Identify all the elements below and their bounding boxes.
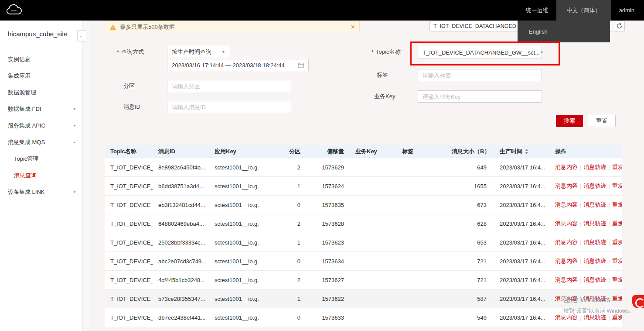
cell-partition: 2 <box>259 214 304 233</box>
cell-topic: T_IOT_DEVICE_D... <box>105 290 153 308</box>
cell-size: 587 <box>447 290 491 308</box>
action-message-trace[interactable]: 消息轨迹 <box>583 276 606 284</box>
cell-app_key: sctest1001__io.g... <box>209 214 259 233</box>
column-header-topic: Topic名称 <box>105 145 153 158</box>
cell-topic: T_IOT_DEVICE_D... <box>105 158 153 176</box>
sidebar-item-service-integration-apic[interactable]: 服务集成 APIC▼ <box>0 117 82 134</box>
action-message-trace[interactable]: 消息轨迹 <box>583 295 606 303</box>
search-button[interactable]: 搜索 <box>556 115 583 127</box>
date-range-input[interactable]: 2023/03/16 17:14:44 — 2023/03/18 18:24:4… <box>167 59 309 71</box>
message-id-input[interactable] <box>172 104 286 110</box>
action-message-content[interactable]: 消息内容 <box>555 220 578 228</box>
cell-partition: 2 <box>259 158 304 176</box>
column-header-offset: 偏移量 <box>304 145 348 158</box>
action-message-trace[interactable]: 消息轨迹 <box>583 163 606 171</box>
action-message-trace[interactable]: 消息轨迹 <box>583 220 606 228</box>
sidebar-item-device-integration-link[interactable]: 设备集成 LINK▼ <box>0 184 82 200</box>
cell-business_key <box>348 177 398 195</box>
action-message-trace[interactable]: 消息轨迹 <box>583 182 606 190</box>
cell-topic: T_IOT_DEVICE_D... <box>105 252 153 270</box>
query-mode-select[interactable]: 按生产时间查询 ▼ <box>167 46 230 58</box>
sidebar-item-message-integration-mqs[interactable]: 消息集成 MQS▲ <box>0 134 82 151</box>
cell-produced_at: 2023/03/17 16:4... <box>491 252 546 270</box>
action-message-content[interactable]: 消息内容 <box>555 182 578 190</box>
action-message-content[interactable]: 消息内容 <box>555 314 578 321</box>
refresh-icon <box>616 23 623 29</box>
action-message-content[interactable]: 消息内容 <box>555 238 578 246</box>
action-message-trace[interactable]: 消息轨迹 <box>583 238 606 246</box>
sidebar-item-data-integration-fdi[interactable]: 数据集成 FDI▼ <box>0 101 82 117</box>
sidebar-item-integrated-apps[interactable]: 集成应用 <box>0 68 82 84</box>
topic-name-select[interactable]: T_IOT_DEVICE_DATACHANGED_GW__sct... ▼ <box>418 46 542 59</box>
chevron-down-icon: ▼ <box>73 107 76 110</box>
reset-button[interactable]: 重置 <box>588 115 616 127</box>
action-separator: | <box>608 314 610 321</box>
action-message-trace[interactable]: 消息轨迹 <box>583 201 606 209</box>
sidebar-item-instance-info[interactable]: 实例信息 <box>0 51 82 68</box>
action-resend[interactable]: 重发 <box>612 182 622 190</box>
action-separator: | <box>580 314 581 321</box>
cell-partition: 0 <box>259 308 304 327</box>
action-resend[interactable]: 重发 <box>612 220 622 228</box>
column-header-produced_at[interactable]: 生产时间 <box>491 145 546 158</box>
cell-actions: 消息内容|消息轨迹|重发 <box>546 308 622 327</box>
main-content: ! 最多只展示500条数据 × * 查询方式 按生产时间查询 ▼ 20 <box>90 21 644 331</box>
cell-offset: 1573635 <box>304 196 348 214</box>
cell-business_key <box>348 233 398 252</box>
action-message-trace[interactable]: 消息轨迹 <box>583 257 606 265</box>
cell-business_key <box>348 290 398 308</box>
sidebar-subitem-topic-management[interactable]: Topic管理 <box>0 151 82 167</box>
cell-produced_at: 2023/03/17 16:4... <box>491 308 546 327</box>
nav-admin[interactable]: admin <box>611 0 644 21</box>
sort-icon[interactable] <box>525 149 528 154</box>
language-switcher[interactable]: 中文（简体） <box>556 0 611 21</box>
cell-size: 549 <box>447 308 491 327</box>
cell-topic: T_IOT_DEVICE_D... <box>105 177 153 195</box>
action-message-content[interactable]: 消息内容 <box>555 257 578 265</box>
action-message-trace[interactable]: 消息轨迹 <box>583 314 606 321</box>
cell-topic: T_IOT_DEVICE_D... <box>105 308 153 327</box>
action-resend[interactable]: 重发 <box>612 238 622 246</box>
column-header-actions: 操作 <box>546 145 622 158</box>
action-resend[interactable]: 重发 <box>612 276 622 284</box>
cell-size: 721 <box>447 271 491 289</box>
action-resend[interactable]: 重发 <box>612 201 622 209</box>
action-resend[interactable]: 重发 <box>612 163 622 171</box>
cell-business_key <box>348 308 398 327</box>
cell-app_key: sctest1001__io.g... <box>209 233 259 252</box>
action-separator: | <box>580 239 581 246</box>
cell-partition: 1 <box>259 290 304 308</box>
calendar-icon[interactable] <box>298 62 304 68</box>
action-separator: | <box>580 221 581 227</box>
cell-produced_at: 2023/03/17 16:4... <box>491 177 546 195</box>
cell-actions: 消息内容|消息轨迹|重发 <box>546 233 622 252</box>
action-resend[interactable]: 重发 <box>612 314 622 321</box>
close-icon[interactable]: × <box>351 24 355 31</box>
language-dropdown-menu: English <box>518 21 610 42</box>
message-table: Topic名称消息ID应用Key分区偏移量业务Key标签消息大小（B）生产时间操… <box>105 145 622 327</box>
action-separator: | <box>608 221 610 227</box>
action-resend[interactable]: 重发 <box>612 295 622 303</box>
nav-unified-ops[interactable]: 统一运维 <box>518 0 556 21</box>
action-message-content[interactable]: 消息内容 <box>555 163 578 171</box>
sidebar-collapse-button[interactable]: ← <box>77 30 86 41</box>
cell-actions: 消息内容|消息轨迹|重发 <box>546 177 622 195</box>
cell-app_key: sctest1001__io.g... <box>209 252 259 270</box>
table-header-row: Topic名称消息ID应用Key分区偏移量业务Key标签消息大小（B）生产时间操… <box>105 145 622 158</box>
sidebar-subitem-message-query[interactable]: 消息查询 <box>0 167 82 184</box>
sidebar-item-datasource-management[interactable]: 数据源管理 <box>0 84 82 101</box>
cell-produced_at: 2023/03/17 16:4... <box>491 214 546 233</box>
table-row: T_IOT_DEVICE_D...b73ce28f355347...sctest… <box>105 290 622 308</box>
action-resend[interactable]: 重发 <box>612 257 622 265</box>
table-row: T_IOT_DEVICE_D...8e8982c6450f4b...sctest… <box>105 158 622 177</box>
language-option-english[interactable]: English <box>518 28 548 35</box>
screen-recorder-logo <box>632 295 644 308</box>
business-key-input[interactable] <box>423 93 537 100</box>
action-message-content[interactable]: 消息内容 <box>555 201 578 209</box>
refresh-button[interactable] <box>614 21 625 31</box>
action-message-content[interactable]: 消息内容 <box>555 276 578 284</box>
action-message-content[interactable]: 消息内容 <box>555 295 578 303</box>
partition-input[interactable] <box>172 83 286 90</box>
cell-tag <box>398 158 447 176</box>
tag-input[interactable] <box>423 72 537 79</box>
